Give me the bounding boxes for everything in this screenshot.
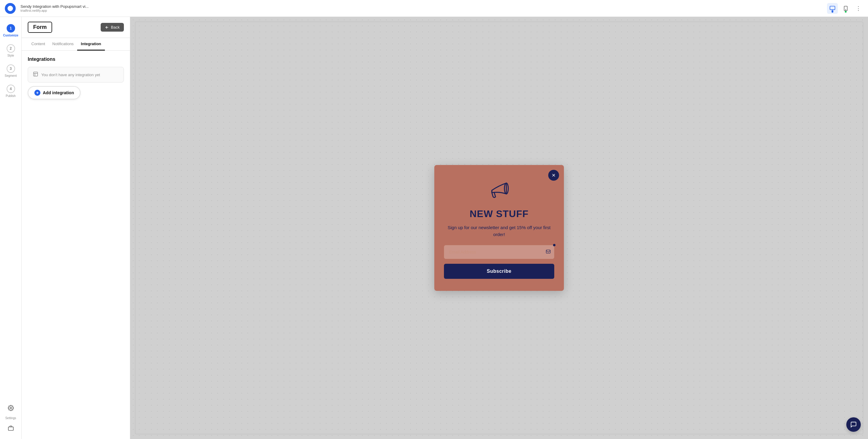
svg-rect-5 bbox=[33, 72, 38, 76]
step-1-label: Customize bbox=[3, 34, 19, 37]
step-3-label: Segment bbox=[4, 74, 17, 77]
popup-title: NEW STUFF bbox=[444, 208, 463, 220]
tab-notifications[interactable]: Notifications bbox=[49, 38, 78, 50]
topbar: Sendy Integration with Popupsmart vi... … bbox=[0, 0, 463, 17]
panel-header: Form Back bbox=[22, 17, 130, 38]
sidebar-step-customize[interactable]: 1 Customize bbox=[2, 22, 20, 39]
tab-content[interactable]: Content bbox=[28, 38, 49, 50]
sidebar-step-style[interactable]: 2 Style bbox=[2, 42, 20, 60]
step-3-circle: 3 bbox=[7, 64, 15, 73]
canvas-border bbox=[135, 22, 463, 220]
popup-megaphone-icon bbox=[444, 177, 463, 201]
step-1-circle: 1 bbox=[7, 24, 15, 33]
panel-form-title: Form bbox=[28, 22, 52, 33]
plus-circle-icon: + bbox=[34, 90, 40, 96]
integrations-title: Integrations bbox=[28, 57, 124, 62]
empty-box-icon bbox=[33, 71, 38, 78]
canvas: NEW STUFF Sign up for our newsletter and… bbox=[130, 17, 463, 220]
tabs-bar: Content Notifications Integration bbox=[22, 38, 130, 50]
sidebar-step-publish[interactable]: 4 Publish bbox=[2, 82, 20, 100]
step-4-label: Publish bbox=[6, 94, 16, 98]
popup-card: NEW STUFF Sign up for our newsletter and… bbox=[434, 165, 463, 220]
step-2-label: Style bbox=[7, 54, 14, 57]
sidebar-step-segment[interactable]: 3 Segment bbox=[2, 62, 20, 80]
step-2-circle: 2 bbox=[7, 44, 15, 53]
back-button[interactable]: Back bbox=[101, 23, 124, 32]
topbar-title: Sendy Integration with Popupsmart vi... … bbox=[21, 4, 463, 12]
step-4-circle: 4 bbox=[7, 85, 15, 93]
page-title: Sendy Integration with Popupsmart vi... bbox=[21, 4, 463, 9]
add-integration-button[interactable]: + Add integration bbox=[28, 86, 81, 99]
empty-integration-box: You don't have any integration yet bbox=[28, 67, 124, 82]
app-logo[interactable] bbox=[5, 3, 16, 14]
panel-body: Integrations You don't have any integrat… bbox=[22, 50, 130, 105]
sidebar: 1 Customize 2 Style 3 Segment 4 Publish … bbox=[0, 17, 22, 220]
empty-integration-text: You don't have any integration yet bbox=[41, 73, 100, 77]
panel: Form Back Content Notifications Integrat… bbox=[22, 17, 130, 220]
tab-integration[interactable]: Integration bbox=[77, 38, 104, 50]
page-subtitle: trialfirst.netlify.app bbox=[21, 9, 463, 12]
